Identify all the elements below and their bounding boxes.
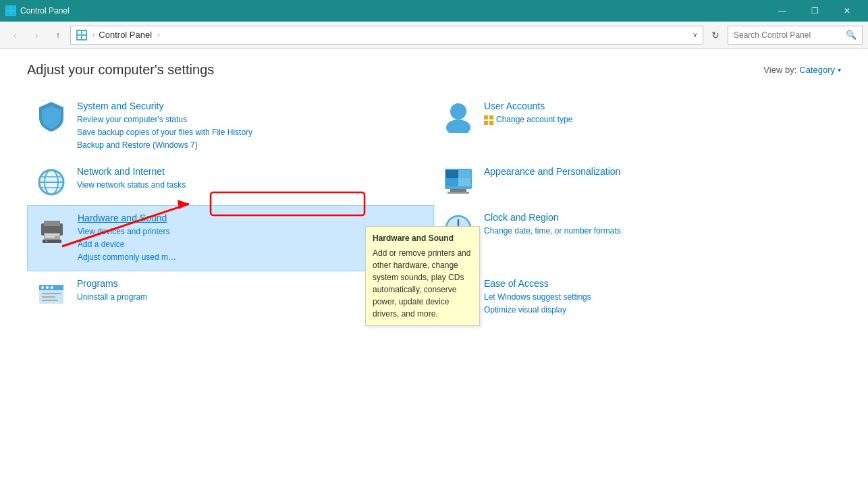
address-bar-icon	[76, 30, 87, 40]
system-restore-link[interactable]: Backup and Restore (Windows 7)	[77, 139, 426, 152]
ease-suggest-link[interactable]: Let Windows suggest settings	[484, 291, 833, 304]
search-icon: 🔍	[846, 30, 857, 40]
svg-rect-2	[6, 11, 10, 16]
address-path: Control Panel	[99, 30, 152, 40]
system-backup-link[interactable]: Save backup copies of your files with Fi…	[77, 126, 426, 139]
ease-access-content: Ease of Access Let Windows suggest setti…	[484, 278, 833, 317]
address-bar[interactable]: › Control Panel › ∨	[70, 26, 703, 45]
svg-rect-12	[484, 121, 488, 125]
svg-rect-24	[446, 178, 458, 186]
svg-rect-29	[44, 221, 60, 226]
search-input[interactable]	[734, 30, 842, 40]
network-internet-icon	[35, 166, 67, 198]
back-button[interactable]: ‹	[5, 26, 24, 45]
svg-rect-13	[489, 121, 493, 125]
svg-rect-32	[45, 236, 55, 238]
refresh-button[interactable]: ↻	[706, 26, 725, 45]
main-content: Adjust your computer's settings View by:…	[0, 49, 868, 490]
search-bar[interactable]: 🔍	[728, 26, 863, 45]
address-trailing-arrow: ›	[157, 31, 159, 38]
category-appearance: Appearance and Personalization	[434, 159, 841, 205]
view-by-label: View by:	[763, 65, 796, 75]
user-change-link[interactable]: Change account type	[484, 113, 833, 129]
svg-rect-31	[45, 234, 59, 236]
clock-region-title[interactable]: Clock and Region	[484, 212, 833, 223]
system-security-title[interactable]: System and Security	[77, 101, 426, 111]
category-ease-access: Ease of Access Let Windows suggest setti…	[434, 271, 841, 323]
svg-rect-25	[458, 178, 470, 186]
appearance-content: Appearance and Personalization	[484, 166, 833, 179]
svg-rect-23	[458, 170, 470, 178]
page-header: Adjust your computer's settings View by:…	[27, 62, 841, 78]
svg-rect-27	[447, 192, 469, 194]
minimize-button[interactable]: —	[767, 0, 798, 22]
up-button[interactable]: ↑	[49, 26, 67, 45]
category-network-internet: Network and Internet View network status…	[27, 159, 434, 205]
system-review-link[interactable]: Review your computer's status	[77, 113, 426, 126]
network-internet-title[interactable]: Network and Internet	[77, 166, 426, 177]
app-icon	[5, 5, 16, 16]
hardware-sound-title[interactable]: Hardware and Sound	[78, 213, 425, 223]
svg-point-34	[46, 240, 48, 242]
network-internet-content: Network and Internet View network status…	[77, 166, 426, 192]
category-clock-region: Clock and Region Change date, time, or n…	[434, 205, 841, 272]
hardware-sound-tooltip: Hardware and Sound Add or remove printer…	[365, 226, 480, 326]
title-bar-left: Control Panel	[5, 5, 70, 16]
category-system-security: System and Security Review your computer…	[27, 94, 434, 159]
ease-optimize-link[interactable]: Optimize visual display	[484, 304, 833, 317]
user-accounts-title[interactable]: User Accounts	[484, 101, 833, 111]
category-hardware-sound: Hardware and Sound View devices and prin…	[27, 205, 434, 272]
svg-rect-11	[489, 115, 493, 119]
svg-rect-1	[11, 6, 16, 10]
svg-point-44	[51, 286, 53, 289]
address-dropdown-arrow[interactable]: ∨	[693, 31, 697, 38]
window-title: Control Panel	[20, 6, 70, 16]
title-bar-controls: — ❐ ✕	[767, 0, 863, 22]
svg-point-9	[446, 119, 470, 133]
address-breadcrumb-arrow: ›	[92, 31, 94, 38]
close-button[interactable]: ✕	[832, 0, 863, 22]
svg-point-8	[450, 103, 466, 119]
title-bar: Control Panel — ❐ ✕	[0, 0, 868, 22]
appearance-title[interactable]: Appearance and Personalization	[484, 166, 833, 177]
categories-grid: System and Security Review your computer…	[27, 94, 841, 324]
tooltip-body: Add or remove printers and other hardwar…	[373, 248, 470, 319]
svg-point-43	[46, 286, 49, 289]
view-by: View by: Category ▾	[763, 65, 841, 75]
system-security-content: System and Security Review your computer…	[77, 101, 426, 153]
user-accounts-content: User Accounts Change account type	[484, 101, 833, 129]
tooltip-title: Hardware and Sound	[373, 232, 472, 244]
user-accounts-icon	[442, 101, 474, 133]
clock-region-content: Clock and Region Change date, time, or n…	[484, 212, 833, 238]
clock-date-link[interactable]: Change date, time, or number formats	[484, 225, 833, 238]
view-by-dropdown[interactable]: Category	[799, 65, 835, 75]
svg-point-42	[41, 286, 44, 289]
svg-rect-26	[450, 189, 466, 192]
forward-button[interactable]: ›	[27, 26, 46, 45]
view-by-arrow: ▾	[838, 66, 841, 74]
svg-rect-0	[6, 6, 10, 10]
ease-access-title[interactable]: Ease of Access	[484, 278, 833, 289]
svg-rect-3	[11, 11, 16, 16]
svg-rect-10	[484, 115, 488, 119]
nav-bar: ‹ › ↑ › Control Panel › ∨ ↻ 🔍	[0, 22, 868, 49]
network-status-link[interactable]: View network status and tasks	[77, 179, 426, 192]
svg-rect-7	[82, 36, 86, 39]
hardware-sound-icon	[36, 213, 68, 245]
svg-rect-5	[82, 31, 86, 34]
svg-rect-6	[78, 36, 81, 39]
appearance-icon	[442, 166, 474, 198]
svg-rect-45	[42, 293, 61, 294]
svg-rect-4	[78, 31, 81, 34]
category-user-accounts: User Accounts Change account type	[434, 94, 841, 159]
programs-icon	[35, 278, 67, 310]
svg-rect-33	[43, 240, 61, 243]
svg-point-19	[39, 170, 63, 194]
svg-rect-46	[42, 296, 55, 298]
page-title: Adjust your computer's settings	[27, 62, 214, 78]
maximize-button[interactable]: ❐	[799, 0, 830, 22]
svg-rect-47	[42, 300, 58, 301]
system-security-icon	[35, 101, 67, 133]
svg-rect-22	[446, 170, 458, 178]
